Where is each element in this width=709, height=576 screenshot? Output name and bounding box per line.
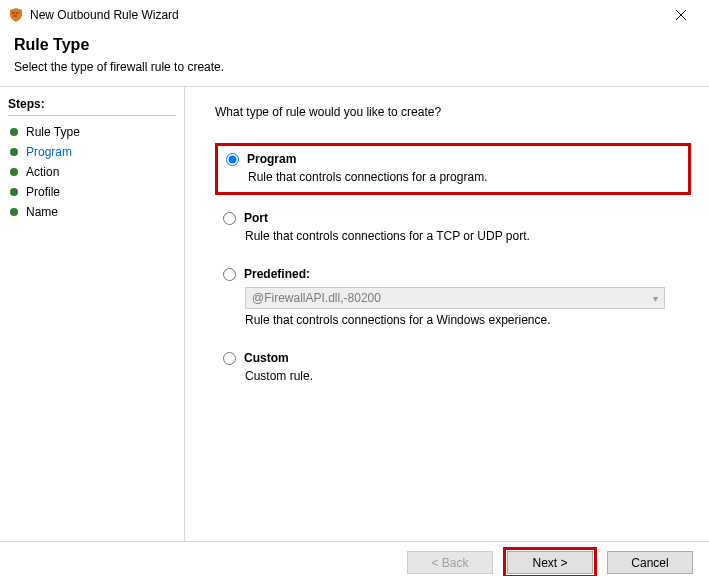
option-custom: Custom Custom rule.: [215, 345, 691, 391]
step-label: Profile: [26, 185, 60, 199]
option-port: Port Rule that controls connections for …: [215, 205, 691, 251]
back-button[interactable]: < Back: [407, 551, 493, 574]
predefined-select-value: @FirewallAPI.dll,-80200: [252, 291, 381, 305]
page-title: Rule Type: [14, 36, 695, 54]
step-profile[interactable]: Profile: [8, 182, 176, 202]
step-label: Rule Type: [26, 125, 80, 139]
page-subtitle: Select the type of firewall rule to crea…: [14, 60, 695, 74]
firewall-shield-icon: [8, 7, 24, 23]
window-title: New Outbound Rule Wizard: [30, 8, 179, 22]
cancel-button[interactable]: Cancel: [607, 551, 693, 574]
steps-sidebar: Steps: Rule Type Program Action Profile …: [0, 87, 185, 541]
option-desc: Rule that controls connections for a pro…: [248, 170, 682, 184]
next-button[interactable]: Next >: [507, 551, 593, 574]
step-program[interactable]: Program: [8, 142, 176, 162]
option-desc: Custom rule.: [245, 369, 685, 383]
radio-predefined[interactable]: [223, 268, 236, 281]
bullet-icon: [10, 128, 18, 136]
bullet-icon: [10, 148, 18, 156]
radio-custom[interactable]: [223, 352, 236, 365]
option-label: Program: [247, 152, 296, 166]
option-program: Program Rule that controls connections f…: [215, 143, 691, 195]
step-label: Action: [26, 165, 59, 179]
steps-heading: Steps:: [8, 97, 176, 116]
bullet-icon: [10, 188, 18, 196]
radio-program[interactable]: [226, 153, 239, 166]
option-desc: Rule that controls connections for a TCP…: [245, 229, 685, 243]
close-button[interactable]: [659, 0, 703, 30]
wizard-footer: < Back Next > Cancel: [0, 541, 709, 576]
option-label: Predefined:: [244, 267, 310, 281]
svg-rect-2: [14, 15, 17, 17]
prompt-text: What type of rule would you like to crea…: [215, 105, 691, 119]
wizard-header: Rule Type Select the type of firewall ru…: [0, 30, 709, 86]
option-desc: Rule that controls connections for a Win…: [245, 313, 685, 327]
wizard-content: What type of rule would you like to crea…: [185, 87, 709, 541]
svg-rect-0: [12, 12, 15, 14]
step-name[interactable]: Name: [8, 202, 176, 222]
bullet-icon: [10, 168, 18, 176]
predefined-select[interactable]: @FirewallAPI.dll,-80200 ▾: [245, 287, 665, 309]
step-label: Name: [26, 205, 58, 219]
bullet-icon: [10, 208, 18, 216]
chevron-down-icon: ▾: [653, 293, 658, 304]
radio-port[interactable]: [223, 212, 236, 225]
option-label: Custom: [244, 351, 289, 365]
svg-rect-1: [16, 12, 19, 14]
step-label: Program: [26, 145, 72, 159]
option-predefined: Predefined: @FirewallAPI.dll,-80200 ▾ Ru…: [215, 261, 691, 335]
close-icon: [676, 10, 686, 20]
option-label: Port: [244, 211, 268, 225]
titlebar: New Outbound Rule Wizard: [0, 0, 709, 30]
step-action[interactable]: Action: [8, 162, 176, 182]
step-rule-type[interactable]: Rule Type: [8, 122, 176, 142]
